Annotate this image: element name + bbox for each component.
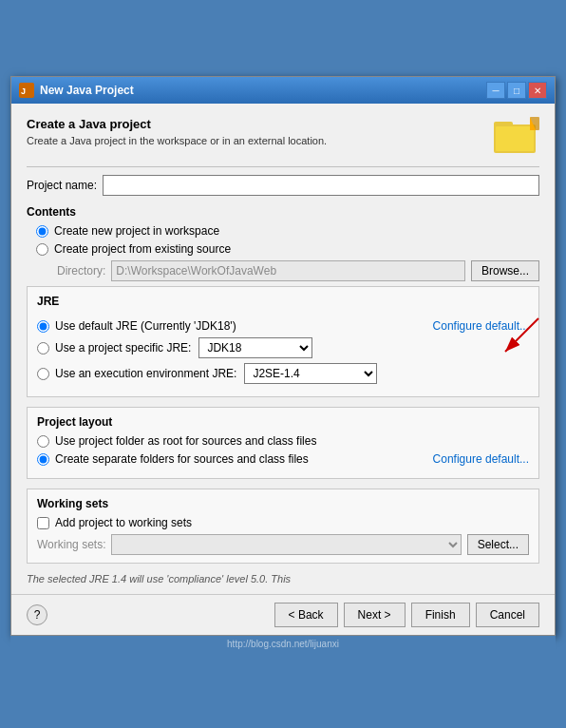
window-controls: ─ □ ✕ bbox=[486, 82, 547, 99]
configure-layout-link[interactable]: Configure default... bbox=[433, 452, 529, 466]
directory-row: Directory: Browse... bbox=[36, 260, 539, 281]
red-arrow-annotation bbox=[462, 309, 548, 366]
add-to-working-sets-item[interactable]: Add project to working sets bbox=[37, 516, 529, 529]
jre-section: JRE Use default JRE (Currently 'JDK18') … bbox=[27, 286, 539, 397]
working-sets-section: Working sets Add project to working sets… bbox=[27, 489, 539, 564]
title-bar: J New Java Project ─ □ ✕ bbox=[11, 77, 555, 104]
finish-button[interactable]: Finish bbox=[411, 603, 470, 627]
dialog-header: Create a Java project Create a Java proj… bbox=[27, 117, 539, 155]
execution-env-label: Use an execution environment JRE: bbox=[55, 367, 236, 380]
folder-icon bbox=[494, 117, 539, 155]
jre-section-label: JRE bbox=[37, 295, 59, 308]
svg-rect-4 bbox=[496, 126, 534, 151]
configure-default-jre-link[interactable]: Configure default... bbox=[433, 319, 529, 333]
specific-jre-radio[interactable] bbox=[37, 342, 49, 354]
header-divider bbox=[27, 166, 539, 167]
working-sets-field-label: Working sets: bbox=[37, 538, 105, 551]
execution-env-row[interactable]: Use an execution environment JRE: J2SE-1… bbox=[37, 363, 529, 384]
add-to-working-sets-checkbox[interactable] bbox=[37, 517, 49, 529]
dialog-title: Create a Java project bbox=[27, 117, 327, 131]
create-new-workspace-option[interactable]: Create new project in workspace bbox=[36, 224, 539, 238]
create-from-existing-option[interactable]: Create project from existing source bbox=[36, 242, 539, 256]
window-title: New Java Project bbox=[40, 84, 134, 97]
project-layout-section: Project layout Use project folder as roo… bbox=[27, 407, 539, 479]
specific-jre-select[interactable]: JDK18 bbox=[198, 337, 312, 358]
jre-header-row: JRE bbox=[37, 295, 529, 314]
project-name-row: Project name: bbox=[27, 175, 539, 196]
default-jre-label: Use default JRE (Currently 'JDK18') bbox=[55, 319, 236, 333]
separate-folders-radio[interactable] bbox=[37, 453, 49, 466]
project-layout-label: Project layout bbox=[37, 415, 529, 429]
execution-env-select[interactable]: J2SE-1.4 bbox=[244, 363, 377, 384]
minimize-button[interactable]: ─ bbox=[486, 82, 505, 99]
navigation-buttons: < Back Next > Finish Cancel bbox=[274, 603, 539, 627]
use-project-folder-option[interactable]: Use project folder as root for sources a… bbox=[37, 434, 529, 448]
back-button[interactable]: < Back bbox=[274, 603, 338, 627]
specific-jre-label: Use a project specific JRE: bbox=[55, 341, 191, 354]
working-sets-row: Working sets: Select... bbox=[37, 534, 529, 555]
contents-section-label: Contents bbox=[27, 205, 539, 219]
maximize-button[interactable]: □ bbox=[507, 82, 526, 99]
bottom-bar: ? < Back Next > Finish Cancel bbox=[11, 594, 555, 635]
create-from-existing-radio[interactable] bbox=[36, 243, 48, 256]
select-working-sets-button[interactable]: Select... bbox=[467, 534, 529, 555]
use-project-folder-label: Use project folder as root for sources a… bbox=[55, 434, 316, 448]
working-sets-select[interactable] bbox=[111, 534, 461, 555]
close-button[interactable]: ✕ bbox=[528, 82, 547, 99]
java-icon: J bbox=[19, 83, 34, 98]
create-new-workspace-label: Create new project in workspace bbox=[54, 224, 219, 238]
directory-input[interactable] bbox=[111, 260, 465, 281]
separate-folders-option[interactable]: Create separate folders for sources and … bbox=[37, 452, 529, 466]
cancel-button[interactable]: Cancel bbox=[476, 603, 539, 627]
working-sets-label: Working sets bbox=[37, 497, 529, 510]
browse-button[interactable]: Browse... bbox=[471, 260, 539, 281]
project-name-label: Project name: bbox=[27, 179, 97, 192]
specific-jre-row[interactable]: Use a project specific JRE: JDK18 bbox=[37, 337, 529, 358]
separate-folders-label: Create separate folders for sources and … bbox=[55, 452, 309, 466]
contents-options: Create new project in workspace Create p… bbox=[36, 224, 539, 281]
next-button[interactable]: Next > bbox=[344, 603, 406, 627]
use-project-folder-radio[interactable] bbox=[37, 435, 49, 448]
project-name-input[interactable] bbox=[103, 175, 539, 196]
svg-text:J: J bbox=[21, 86, 26, 96]
directory-label: Directory: bbox=[57, 264, 105, 278]
dialog-desc: Create a Java project in the workspace o… bbox=[27, 135, 327, 146]
create-from-existing-label: Create project from existing source bbox=[54, 242, 231, 256]
execution-env-radio[interactable] bbox=[37, 368, 49, 380]
info-text: The selected JRE 1.4 will use 'complianc… bbox=[27, 573, 539, 584]
default-jre-radio[interactable] bbox=[37, 320, 49, 333]
create-new-workspace-radio[interactable] bbox=[36, 225, 48, 238]
default-jre-row[interactable]: Use default JRE (Currently 'JDK18') Conf… bbox=[37, 319, 529, 333]
watermark: http://blog.csdn.net/lijuanxi bbox=[10, 636, 556, 652]
help-button[interactable]: ? bbox=[27, 604, 47, 625]
add-to-working-sets-label: Add project to working sets bbox=[55, 516, 192, 529]
